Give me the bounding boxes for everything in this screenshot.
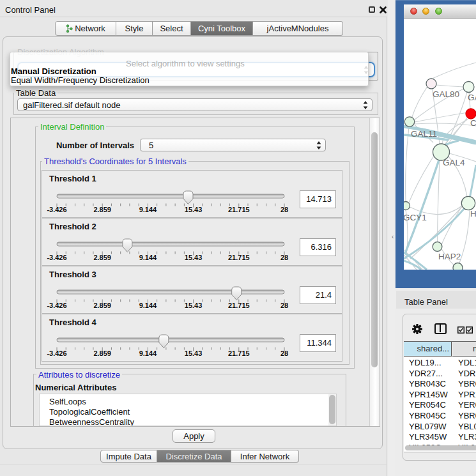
svg-text:21.715: 21.715 [228, 302, 250, 309]
svg-text:9.144: 9.144 [139, 302, 157, 309]
svg-text:GAL4: GAL4 [443, 158, 465, 167]
svg-text:2.859: 2.859 [93, 302, 111, 309]
svg-text:-3.426: -3.426 [47, 206, 66, 213]
svg-text:9.144: 9.144 [139, 349, 157, 357]
svg-text:21.715: 21.715 [228, 254, 250, 261]
svg-text:15.43: 15.43 [185, 349, 203, 357]
svg-text:9.144: 9.144 [139, 254, 157, 261]
svg-text:15.43: 15.43 [185, 254, 203, 261]
svg-text:GCY1: GCY1 [404, 213, 427, 222]
svg-text:28: 28 [280, 254, 288, 261]
svg-text:9.144: 9.144 [139, 206, 157, 213]
svg-text:GAL80: GAL80 [433, 89, 459, 99]
svg-text:2.859: 2.859 [93, 254, 111, 261]
svg-text:GA: GA [468, 93, 476, 102]
svg-text:21.715: 21.715 [228, 206, 250, 213]
svg-text:HAP2: HAP2 [438, 252, 461, 261]
svg-text:-3.426: -3.426 [47, 349, 66, 357]
svg-text:28: 28 [280, 206, 288, 213]
svg-text:2.859: 2.859 [93, 349, 111, 357]
svg-text:28: 28 [280, 302, 288, 309]
svg-text:2.859: 2.859 [93, 206, 111, 213]
svg-text:15.43: 15.43 [185, 302, 203, 309]
svg-text:28: 28 [280, 349, 288, 357]
svg-text:-3.426: -3.426 [47, 254, 66, 261]
svg-text:15.43: 15.43 [185, 206, 203, 213]
svg-text:H: H [470, 209, 476, 219]
svg-text:-3.426: -3.426 [47, 302, 66, 309]
svg-text:GAL11: GAL11 [411, 129, 437, 139]
svg-text:21.715: 21.715 [228, 349, 250, 357]
svg-text:C: C [470, 118, 476, 128]
